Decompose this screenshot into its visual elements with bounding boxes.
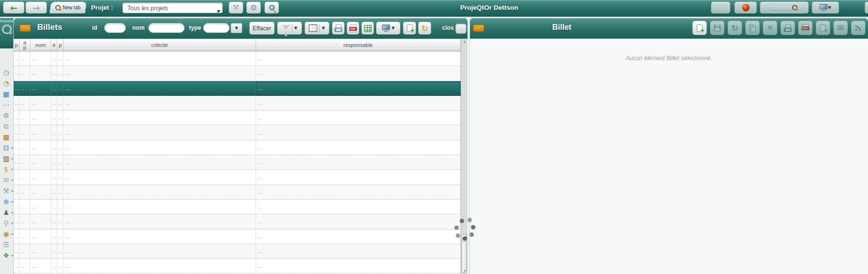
cell: .. (20, 96, 30, 110)
print-button[interactable] (780, 21, 795, 35)
column-header-6[interactable]: responsable (256, 39, 461, 51)
sidebar-item-plugins[interactable]: ❖▶ (0, 250, 14, 261)
table-row[interactable]: ................. (14, 96, 461, 111)
type-dropdown-button[interactable]: ▼ (231, 23, 242, 33)
chevron-down-icon: ▼ (294, 26, 297, 30)
table-row-selected[interactable]: ................. (14, 81, 461, 96)
display-mode-button[interactable]: ▼ (812, 1, 839, 14)
save-button[interactable] (710, 21, 725, 35)
divider (292, 24, 292, 33)
table-row[interactable]: ................. (14, 200, 461, 214)
id-filter-input[interactable] (104, 23, 126, 33)
splitter-handle[interactable] (453, 216, 476, 241)
scroll-down-icon[interactable]: ▼ (462, 268, 468, 274)
scroll-up-icon[interactable]: ▲ (462, 39, 468, 45)
clos-label: clos (442, 24, 454, 31)
blank-button[interactable] (711, 1, 730, 14)
cell: .. (51, 155, 57, 169)
settings-button[interactable]: ⚙ (246, 1, 261, 14)
sidebar-item-planning[interactable]: ▩ (0, 132, 14, 142)
cell: ... (256, 140, 461, 155)
clear-filters-button[interactable]: Effacer (249, 22, 275, 35)
nom-filter-input[interactable] (148, 23, 185, 33)
table-row[interactable]: ................. (14, 244, 461, 259)
table-row[interactable]: ................. (14, 111, 461, 125)
sidebar-item-database[interactable]: ☰ (0, 239, 14, 250)
version-button[interactable]: V10.4.4 (760, 1, 809, 14)
sidebar-item-settings[interactable]: ⚙ (0, 110, 14, 121)
new-tab-button[interactable]: New tab (49, 1, 87, 14)
csv-export-button[interactable] (361, 22, 374, 35)
sidebar-item-timesheet[interactable]: ◔ (0, 78, 14, 89)
column-header-0[interactable]: p (14, 39, 20, 51)
add-button[interactable] (403, 22, 416, 35)
clos-checkbox[interactable] (455, 23, 467, 34)
column-header-5[interactable]: criticité (64, 39, 256, 51)
table-row[interactable]: ................. (14, 170, 461, 184)
edit-project-button[interactable]: ⚒ (229, 1, 243, 14)
sidebar-item-automation[interactable]: ♟▶ (0, 207, 14, 218)
back-button[interactable]: ← (3, 1, 24, 14)
cell: .. (14, 140, 20, 155)
print-button[interactable] (332, 22, 345, 35)
forward-button[interactable]: → (25, 1, 47, 14)
table-row[interactable]: ................. (14, 259, 461, 274)
add-document-button[interactable] (816, 21, 830, 35)
internet-icon: ⊕ (2, 198, 10, 205)
table-row[interactable]: ................. (14, 214, 461, 229)
cell: .. (14, 66, 20, 80)
delete-button[interactable] (763, 21, 777, 35)
sidebar-item-display[interactable]: ⊡▶ (0, 142, 14, 153)
pdf-export-button[interactable] (347, 22, 359, 35)
table-row[interactable]: ................. (14, 155, 461, 170)
projeqtor-ring-icon (2, 24, 12, 34)
column-header-4[interactable]: p (57, 39, 64, 51)
automation-icon: ♟ (2, 209, 10, 216)
column-header-3[interactable]: é (51, 39, 57, 51)
sidebar-item-wallet[interactable]: ✉▶ (0, 175, 14, 185)
sidebar-item-internet[interactable]: ⊕▶ (0, 196, 14, 207)
sidebar-item-documents[interactable]: ⧉ (0, 121, 14, 132)
type-filter-input[interactable] (203, 23, 230, 33)
sidebar-item-time[interactable]: ◷ (0, 67, 14, 78)
filter-button[interactable]: ▼ (277, 22, 302, 35)
pdf-export-button[interactable] (798, 21, 813, 35)
table-row[interactable]: ................. (14, 229, 461, 244)
sidebar-item-reports[interactable]: ▥▶ (0, 153, 14, 164)
table-row[interactable]: ................. (14, 51, 461, 66)
sidebar-item-messages[interactable]: ⋯ (0, 99, 14, 110)
project-select[interactable]: Tous les projets ▼ (122, 2, 223, 13)
record-button[interactable] (734, 1, 757, 14)
rss-feed-button[interactable] (851, 21, 866, 35)
clipped-button[interactable] (865, 1, 868, 14)
refresh-button[interactable] (727, 21, 742, 35)
sidebar-item-wrench[interactable]: ⚲▶ (0, 218, 14, 228)
cell: .. (20, 244, 30, 258)
cell: ... (64, 214, 256, 228)
table-row[interactable]: ................. (14, 66, 461, 81)
refresh-button[interactable] (418, 22, 431, 35)
cell: .. (51, 170, 57, 184)
cell: .. (57, 229, 64, 244)
add-billet-button[interactable] (692, 21, 707, 35)
search-button[interactable] (264, 1, 279, 14)
display-list-button[interactable]: ▼ (376, 22, 400, 35)
column-header-2[interactable]: nom (30, 39, 51, 51)
cell: ... (256, 244, 461, 258)
cell: ... (30, 170, 51, 184)
copy-button[interactable] (745, 21, 760, 35)
grip-dot (454, 226, 459, 230)
column-header-1[interactable]: a p (20, 39, 30, 51)
sidebar-item-organization[interactable]: ▦ (0, 89, 14, 99)
send-mail-button[interactable] (833, 21, 848, 35)
sidebar-item-tools[interactable]: ⚒▶ (0, 185, 14, 196)
sidebar-item-expenses[interactable]: $▶ (0, 164, 14, 175)
columns-button[interactable]: ▼ (305, 22, 329, 35)
sidebar-item-security[interactable]: ◉▶ (0, 228, 14, 239)
table-row[interactable]: ................. (14, 185, 461, 200)
cell: ... (64, 170, 256, 184)
cell: ... (256, 185, 461, 199)
table-row[interactable]: ................. (14, 125, 461, 140)
table-row[interactable]: ................. (14, 140, 461, 155)
sidebar-logo[interactable]: ProjeQtOr (0, 18, 13, 48)
